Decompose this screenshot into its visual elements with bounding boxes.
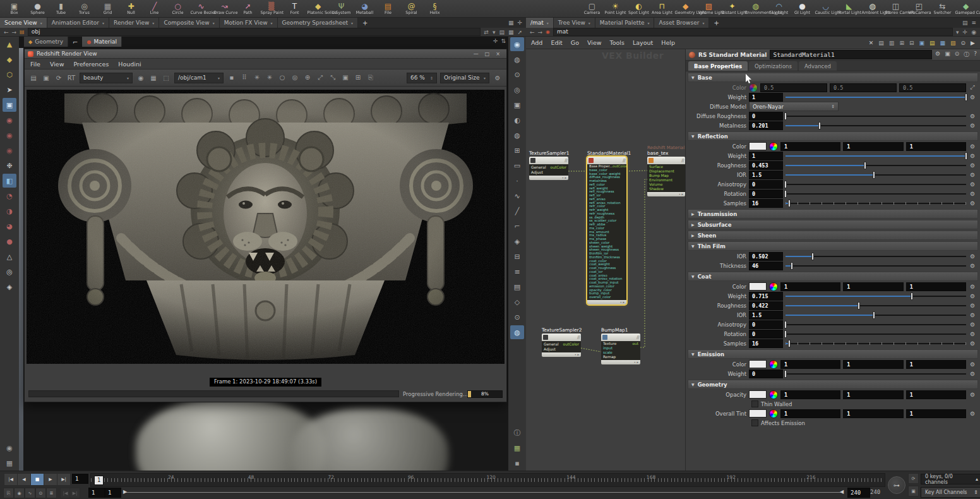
- param-value-field[interactable]: 1: [749, 152, 783, 160]
- shelf-tool-gi-light[interactable]: ●GI Light: [791, 3, 814, 15]
- section-header-base[interactable]: ▼Base: [688, 73, 978, 82]
- pane-tab-material-palette[interactable]: Material Palette▾: [595, 18, 655, 28]
- shelf-tool-stereo-camera[interactable]: ◫Stereo Camera: [884, 3, 907, 15]
- stop-button[interactable]: ■: [30, 473, 44, 486]
- color-wheel-icon[interactable]: [769, 360, 778, 369]
- slider-handle[interactable]: [791, 262, 793, 270]
- param-slider[interactable]: [786, 311, 966, 319]
- shelf-tool-curve-bezier[interactable]: ∿Curve Bezier: [189, 3, 213, 15]
- param-value-field[interactable]: 0: [749, 180, 783, 189]
- slider-handle[interactable]: [873, 311, 875, 319]
- node-port-row[interactable]: scale: [601, 351, 640, 355]
- side-tool-icon[interactable]: ◐: [510, 113, 524, 127]
- render-toolbar-icon[interactable]: ⊕: [302, 74, 313, 81]
- param-value-field[interactable]: 46: [749, 262, 783, 270]
- range-end-field[interactable]: 240: [847, 488, 870, 498]
- param-action-icon[interactable]: ⚙: [969, 143, 976, 150]
- node-port-row[interactable]: Surface: [647, 165, 685, 169]
- render-toolbar-icon[interactable]: ▤: [28, 75, 39, 81]
- side-tool-icon[interactable]: ◕: [3, 219, 16, 233]
- param-slider[interactable]: [786, 171, 966, 179]
- timeline-option-icon[interactable]: ⎘: [3, 488, 14, 498]
- slider-handle[interactable]: [911, 292, 913, 300]
- color-swatch[interactable]: [749, 360, 767, 368]
- shelf-tool-caustic-light[interactable]: ◡Caustic Light: [814, 3, 837, 15]
- side-tool-icon[interactable]: ◎: [510, 83, 524, 97]
- range-right-handle[interactable]: ◀: [840, 489, 844, 495]
- param-gear-icon[interactable]: ⚙: [969, 181, 976, 188]
- side-tool-icon[interactable]: ▲: [3, 37, 16, 51]
- shelf-tool-volume-light[interactable]: ▨Volume Light: [697, 3, 720, 15]
- network-toolbar-icon[interactable]: ▥: [889, 40, 895, 46]
- pane-tab-scene-view[interactable]: Scene View▾: [0, 18, 47, 28]
- color-swatch[interactable]: [749, 409, 767, 418]
- param-slider[interactable]: [786, 321, 966, 328]
- render-toolbar-icon[interactable]: ✳: [265, 74, 275, 81]
- render-toolbar-icon[interactable]: ○: [277, 74, 287, 81]
- pathbar-icon[interactable]: ▾: [493, 29, 496, 35]
- shelf-tool-grid[interactable]: ▦Grid: [96, 3, 119, 15]
- timeline-option-icon[interactable]: ◉: [14, 488, 25, 498]
- network-toolbar-icon[interactable]: ▤: [929, 40, 935, 46]
- render-toolbar-icon[interactable]: ◎: [290, 74, 300, 81]
- shelf-tool-l-system[interactable]: ΨL-System: [330, 3, 353, 15]
- maximize-button[interactable]: □: [482, 51, 493, 57]
- side-tool-icon[interactable]: ◍: [510, 52, 524, 66]
- slider-handle[interactable]: [864, 162, 866, 169]
- slider-handle[interactable]: [784, 112, 787, 120]
- range-start2-field[interactable]: 1: [105, 488, 121, 498]
- slider-handle[interactable]: [788, 200, 791, 207]
- section-header-transmission[interactable]: ▶Transmission: [688, 209, 978, 219]
- color-component-field[interactable]: 1: [780, 142, 840, 151]
- shelf-tool-vr-camera[interactable]: ◰VR Camera: [907, 3, 931, 15]
- param-value-field[interactable]: 16: [749, 339, 783, 348]
- shelf-tool-helix[interactable]: §Helix: [423, 3, 446, 15]
- side-tool-icon[interactable]: ⊟: [510, 250, 524, 263]
- shelf-tool-point-light[interactable]: ☀Point Light: [604, 3, 627, 15]
- range-slider-track[interactable]: [125, 492, 841, 493]
- color-wheel-icon[interactable]: [769, 409, 778, 418]
- shelf-tool-environment-light[interactable]: ◍Environment Light: [744, 3, 767, 15]
- fit-dropdown[interactable]: Original Size▾: [440, 73, 489, 83]
- color-wheel-icon[interactable]: [749, 83, 758, 92]
- side-tool-icon[interactable]: ◔: [3, 189, 16, 203]
- render-toolbar-icon[interactable]: ✳: [252, 74, 262, 81]
- param-slider[interactable]: [786, 112, 966, 120]
- timeline-option-icon[interactable]: ∿: [25, 488, 35, 498]
- side-tool-icon[interactable]: ◎: [3, 265, 16, 279]
- redshift-render-view-window[interactable]: Redshift Render View —□× FileViewPrefere…: [24, 49, 507, 402]
- color-component-field[interactable]: 1: [843, 282, 903, 291]
- param-value-field[interactable]: 1.5: [749, 311, 783, 320]
- pathbar-icon[interactable]: ➚: [517, 29, 522, 35]
- side-tool-icon[interactable]: ⊞: [510, 143, 524, 157]
- checkbox-affects-emission[interactable]: [751, 419, 758, 426]
- node-name-field[interactable]: StandardMaterial1: [770, 50, 932, 59]
- network-editor[interactable]: VEX Builder TextureSampler1///Generalout…: [526, 49, 685, 471]
- param-gear-icon[interactable]: ⚙: [969, 123, 976, 129]
- node-port-row[interactable]: Environment: [647, 178, 685, 183]
- shelf-tool-sky-light[interactable]: ◠Sky Light: [767, 3, 791, 15]
- param-value-field[interactable]: 0: [749, 189, 783, 198]
- side-tool-icon[interactable]: ◈: [3, 280, 16, 294]
- param-slider[interactable]: [786, 302, 966, 310]
- current-frame-field[interactable]: 1: [72, 474, 88, 484]
- shelf-tool-font[interactable]: TFont: [283, 3, 306, 15]
- param-value-field[interactable]: 16: [749, 199, 783, 208]
- node-header[interactable]: ///: [647, 157, 685, 164]
- slider-handle[interactable]: [965, 93, 967, 101]
- node-port-row[interactable]: Remap: [601, 355, 640, 359]
- network-menu-go[interactable]: Go: [571, 39, 579, 46]
- color-wheel-icon[interactable]: [769, 390, 778, 399]
- render-toolbar-icon[interactable]: RT: [66, 75, 76, 81]
- new-tab-button[interactable]: +: [358, 18, 372, 28]
- side-tool-icon[interactable]: △: [3, 250, 16, 263]
- node-port-row[interactable]: Adjust: [542, 347, 581, 352]
- section-header-reflection[interactable]: ▼Reflection: [688, 131, 978, 141]
- param-gear-icon[interactable]: ⚙: [969, 371, 976, 377]
- render-toolbar-icon[interactable]: ▣: [340, 74, 350, 81]
- section-header-geometry[interactable]: ▼Geometry: [688, 380, 978, 389]
- node-base_tex[interactable]: Redshift Materialbase_tex///SurfaceDispl…: [647, 157, 685, 196]
- color-component-field[interactable]: 1: [843, 409, 903, 418]
- side-tool-icon[interactable]: ◈: [510, 234, 524, 248]
- play-back-button[interactable]: ◀: [17, 473, 31, 486]
